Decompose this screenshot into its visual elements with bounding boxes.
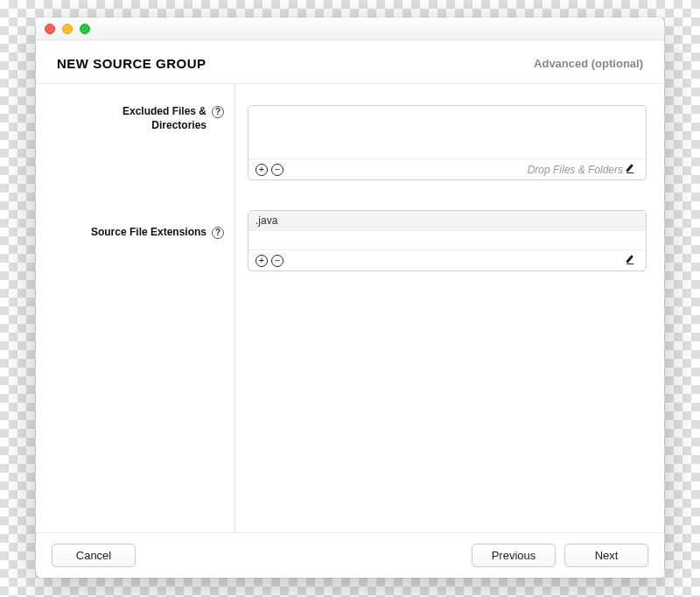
labels-column: Excluded Files & Directories ? Source Fi… (36, 84, 235, 532)
excluded-label: Excluded Files & Directories ? (36, 105, 224, 132)
extensions-list[interactable]: .java + − (248, 210, 647, 271)
edit-icon[interactable] (626, 255, 639, 267)
add-button[interactable]: + (256, 255, 268, 267)
remove-button[interactable]: − (271, 255, 284, 267)
help-icon[interactable]: ? (212, 106, 224, 118)
help-icon[interactable]: ? (212, 227, 224, 239)
excluded-list-footer: + − Drop Files & Folders (248, 158, 646, 179)
minimize-window-button[interactable] (62, 24, 73, 34)
extensions-label-text: Source File Extensions (91, 226, 206, 240)
cancel-button[interactable]: Cancel (52, 544, 136, 567)
dialog-header: NEW SOURCE GROUP Advanced (optional) (36, 40, 664, 83)
extensions-list-footer: + − (248, 249, 646, 270)
extensions-content[interactable]: .java (248, 211, 646, 249)
drop-hint: Drop Files & Folders (528, 164, 623, 176)
extensions-label: Source File Extensions ? (36, 226, 224, 240)
list-item[interactable]: .java (248, 211, 646, 231)
dialog-body: Excluded Files & Directories ? Source Fi… (36, 83, 664, 532)
excluded-files-list[interactable]: + − Drop Files & Folders (248, 105, 647, 180)
excluded-label-text: Excluded Files & Directories (122, 105, 206, 132)
remove-button[interactable]: − (271, 164, 284, 176)
edit-icon[interactable] (626, 164, 639, 176)
page-title: NEW SOURCE GROUP (57, 56, 206, 71)
close-window-button[interactable] (45, 24, 55, 34)
advanced-toggle[interactable]: Advanced (optional) (534, 57, 643, 70)
titlebar (36, 18, 664, 40)
next-button[interactable]: Next (564, 544, 648, 567)
dialog-footer: Cancel Previous Next (36, 532, 664, 578)
dialog-window: NEW SOURCE GROUP Advanced (optional) Exc… (36, 18, 664, 578)
previous-button[interactable]: Previous (472, 544, 556, 567)
zoom-window-button[interactable] (80, 24, 90, 34)
content-column: + − Drop Files & Folders .java + − (235, 84, 664, 532)
add-button[interactable]: + (256, 164, 268, 176)
excluded-files-content[interactable] (248, 106, 646, 158)
